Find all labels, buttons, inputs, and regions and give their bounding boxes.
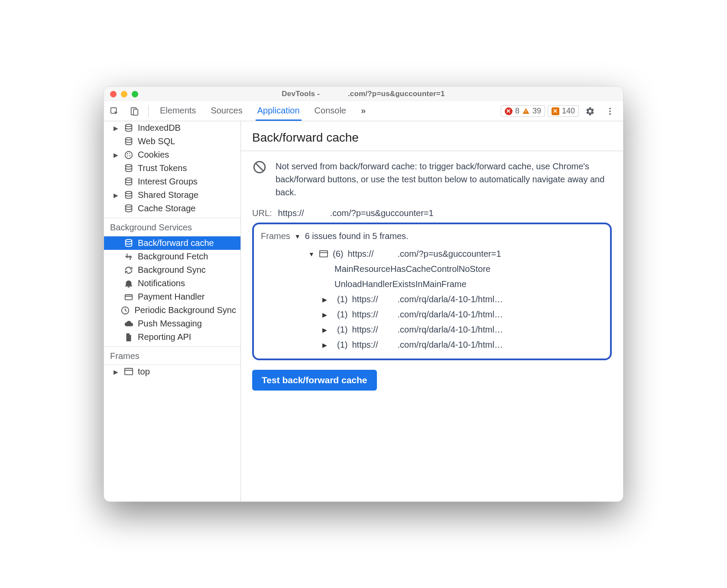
frame-icon [124,367,133,377]
db-icon [124,177,133,187]
svg-rect-2 [133,109,138,115]
svg-point-12 [129,153,130,154]
frame-root-count: (6) [333,249,343,259]
child-frame-count: (1) [337,310,347,320]
minimize-window-button[interactable] [121,91,127,97]
svg-point-9 [126,137,132,140]
error-icon: ✕ [505,107,513,115]
frames-label: Frames [261,231,290,241]
tab-console[interactable]: Console [313,101,348,121]
window-frame-icon [319,250,328,258]
sidebar-bg-item-back-forward-cache[interactable]: Back/forward cache [104,236,240,250]
svg-point-8 [126,124,132,126]
issues-badge[interactable]: ✕ 140 [548,105,579,117]
child-frame-url-suffix: .com/rq/darla/4-10-1/html… [397,340,503,349]
collapse-icon: ▼ [308,251,315,258]
zoom-window-button[interactable] [132,91,138,97]
expand-arrow-icon: ▶ [114,152,120,158]
frame-root-node[interactable]: ▼ (6) https://.com/?p=us&guccounter=1 [261,246,603,262]
frames-summary: 6 issues found in 5 frames. [305,231,409,241]
svg-point-10 [125,151,133,158]
cloud-icon [124,319,133,329]
device-toggle-button[interactable] [126,103,143,120]
child-frame-url-suffix: .com/rq/darla/4-10-1/html… [397,325,503,334]
sidebar-item-label: Cache Storage [138,204,195,213]
svg-point-14 [127,155,128,156]
main-toolbar: Elements Sources Application Console » ✕… [104,101,623,121]
child-frame-node[interactable]: ▶(1)https://.com/rq/darla/4-10-1/html… [261,322,603,337]
child-frame-node[interactable]: ▶(1)https://.com/rq/darla/4-10-1/html… [261,307,603,322]
frames-collapse-icon[interactable]: ▼ [295,233,301,240]
tab-elements[interactable]: Elements [158,101,198,121]
expand-arrow-icon: ▶ [322,326,328,333]
sidebar-storage-item-trust-tokens[interactable]: Trust Tokens [104,162,240,175]
svg-point-13 [129,155,130,156]
window-controls [110,91,138,97]
svg-point-16 [126,178,132,180]
sidebar-bg-item-background-sync[interactable]: Background Sync [104,263,240,277]
svg-point-19 [126,239,132,242]
info-text: Not served from back/forward cache: to t… [276,160,612,199]
warning-count: 39 [532,107,541,116]
close-window-button[interactable] [110,91,117,97]
child-frame-url-prefix: https:// [352,294,378,304]
sidebar-bg-item-periodic-background-sync[interactable]: Periodic Background Sync [104,304,240,317]
main-panel: Back/forward cache Not served from back/… [241,121,623,501]
bfcache-reason: MainResourceHasCacheControlNoStore [261,262,603,277]
child-frame-url-prefix: https:// [352,310,378,319]
db-icon [124,137,133,146]
child-frame-node[interactable]: ▶(1)https://.com/rq/darla/4-10-1/html… [261,292,603,307]
sidebar-item-label: Payment Handler [138,292,205,302]
expand-arrow-icon: ▶ [322,296,328,303]
sidebar-item-label: Shared Storage [138,190,198,200]
sidebar-storage-item-web-sql[interactable]: Web SQL [104,135,240,148]
test-bfcache-button[interactable]: Test back/forward cache [252,370,377,391]
url-row: URL: https://.com/?p=us&guccounter=1 [252,208,612,218]
settings-button[interactable] [581,103,599,120]
panel-tabs: Elements Sources Application Console » [158,101,367,121]
bfcache-reason: UnloadHandlerExistsInMainFrame [261,277,603,292]
bell-icon [124,279,133,288]
sidebar-frames-item-top[interactable]: ▶top [104,365,240,378]
sidebar-bg-item-payment-handler[interactable]: Payment Handler [104,290,240,304]
kebab-menu-button[interactable] [601,103,619,120]
inspect-element-button[interactable] [106,103,123,120]
sidebar-bg-item-push-messaging[interactable]: Push Messaging [104,317,240,330]
child-frame-count: (1) [337,325,347,335]
child-frame-url-suffix: .com/rq/darla/4-10-1/html… [397,294,503,304]
svg-point-11 [127,153,128,154]
sidebar-storage-item-cache-storage[interactable]: Cache Storage [104,202,240,215]
sidebar-storage-item-indexeddb[interactable]: ▶IndexedDB [104,121,240,135]
sync-icon [124,265,133,275]
sidebar-group-frames: Frames [104,346,240,365]
frames-tree: ▼ (6) https://.com/?p=us&guccounter=1 Ma… [261,246,603,352]
error-count: 8 [515,107,519,116]
db-icon [124,123,133,133]
sidebar-item-label: Cookies [138,150,169,160]
svg-rect-27 [320,250,328,257]
sidebar-bg-item-background-fetch[interactable]: Background Fetch [104,250,240,263]
tab-application[interactable]: Application [256,101,302,121]
titlebar: DevTools - .com/?p=us&guccounter=1 [104,87,623,101]
window-title-prefix: DevTools - [282,90,320,98]
sidebar-item-label: top [138,367,150,377]
svg-point-15 [126,164,132,167]
url-suffix: .com/?p=us&guccounter=1 [330,208,434,218]
sidebar-storage-item-cookies[interactable]: ▶Cookies [104,148,240,162]
svg-point-17 [126,191,132,194]
sidebar-storage-item-interest-groups[interactable]: Interest Groups [104,175,240,188]
more-tabs-button[interactable]: » [359,101,367,121]
child-frame-node[interactable]: ▶(1)https://.com/rq/darla/4-10-1/html… [261,337,603,352]
sidebar-item-label: Push Messaging [138,319,202,329]
sidebar-item-label: Interest Groups [138,177,198,187]
fetch-icon [124,252,133,262]
doc-icon [124,333,133,342]
tab-sources[interactable]: Sources [209,101,244,121]
sidebar-bg-item-notifications[interactable]: Notifications [104,277,240,290]
sidebar-bg-item-reporting-api[interactable]: Reporting API [104,330,240,344]
db-icon [124,239,133,248]
sidebar-item-label: Background Sync [138,265,206,275]
application-sidebar: ▶IndexedDBWeb SQL▶CookiesTrust TokensInt… [104,121,241,501]
console-status-badge[interactable]: ✕ 8 39 [501,105,545,117]
sidebar-storage-item-shared-storage[interactable]: ▶Shared Storage [104,188,240,202]
